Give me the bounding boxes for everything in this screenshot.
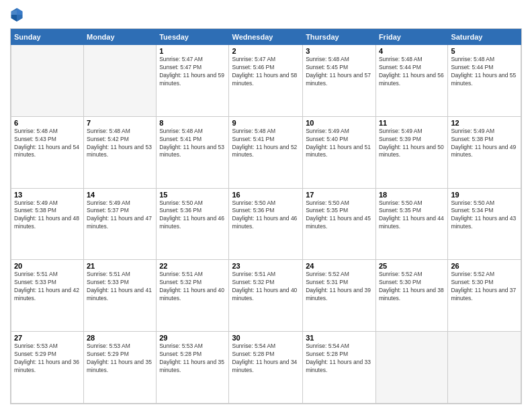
calendar-cell: 23Sunrise: 5:51 AM Sunset: 5:32 PM Dayli… bbox=[229, 260, 303, 332]
calendar-header-monday: Monday bbox=[84, 30, 157, 45]
day-number: 28 bbox=[87, 334, 153, 342]
day-info: Sunrise: 5:51 AM Sunset: 5:33 PM Dayligh… bbox=[87, 271, 153, 303]
calendar-cell: 20Sunrise: 5:51 AM Sunset: 5:33 PM Dayli… bbox=[11, 260, 84, 332]
calendar-header-row: SundayMondayTuesdayWednesdayThursdayFrid… bbox=[11, 30, 521, 45]
calendar-cell: 30Sunrise: 5:54 AM Sunset: 5:28 PM Dayli… bbox=[229, 332, 303, 404]
day-number: 1 bbox=[159, 47, 226, 55]
day-info: Sunrise: 5:50 AM Sunset: 5:35 PM Dayligh… bbox=[379, 199, 445, 232]
calendar-cell: 6Sunrise: 5:48 AM Sunset: 5:43 PM Daylig… bbox=[11, 116, 84, 188]
day-number: 14 bbox=[87, 191, 153, 199]
day-info: Sunrise: 5:50 AM Sunset: 5:34 PM Dayligh… bbox=[451, 199, 518, 232]
day-number: 31 bbox=[306, 334, 373, 342]
day-number: 27 bbox=[14, 334, 81, 342]
calendar-header-sunday: Sunday bbox=[11, 30, 84, 45]
calendar-cell bbox=[448, 332, 521, 404]
day-info: Sunrise: 5:53 AM Sunset: 5:29 PM Dayligh… bbox=[87, 342, 153, 375]
calendar-cell: 8Sunrise: 5:48 AM Sunset: 5:41 PM Daylig… bbox=[157, 116, 229, 188]
day-number: 29 bbox=[159, 334, 226, 342]
calendar-cell: 2Sunrise: 5:47 AM Sunset: 5:46 PM Daylig… bbox=[229, 45, 303, 117]
day-number: 30 bbox=[232, 334, 300, 342]
day-number: 19 bbox=[451, 191, 518, 199]
day-info: Sunrise: 5:52 AM Sunset: 5:30 PM Dayligh… bbox=[451, 271, 518, 303]
day-number: 6 bbox=[14, 119, 81, 127]
day-number: 8 bbox=[159, 119, 226, 127]
calendar-cell: 7Sunrise: 5:48 AM Sunset: 5:42 PM Daylig… bbox=[84, 116, 157, 188]
day-info: Sunrise: 5:48 AM Sunset: 5:41 PM Dayligh… bbox=[232, 128, 300, 160]
day-info: Sunrise: 5:50 AM Sunset: 5:36 PM Dayligh… bbox=[232, 199, 300, 232]
day-info: Sunrise: 5:49 AM Sunset: 5:37 PM Dayligh… bbox=[87, 199, 153, 232]
header bbox=[10, 7, 522, 23]
day-info: Sunrise: 5:50 AM Sunset: 5:36 PM Dayligh… bbox=[159, 199, 226, 232]
page: SundayMondayTuesdayWednesdayThursdayFrid… bbox=[0, 0, 532, 411]
calendar-cell: 25Sunrise: 5:52 AM Sunset: 5:30 PM Dayli… bbox=[375, 260, 447, 332]
logo-icon bbox=[10, 7, 24, 23]
calendar-header-tuesday: Tuesday bbox=[157, 30, 229, 45]
day-number: 3 bbox=[306, 47, 373, 55]
day-info: Sunrise: 5:50 AM Sunset: 5:35 PM Dayligh… bbox=[306, 199, 373, 232]
calendar-cell: 10Sunrise: 5:49 AM Sunset: 5:40 PM Dayli… bbox=[303, 116, 376, 188]
day-number: 2 bbox=[232, 47, 300, 55]
day-info: Sunrise: 5:48 AM Sunset: 5:42 PM Dayligh… bbox=[87, 128, 153, 160]
day-info: Sunrise: 5:48 AM Sunset: 5:41 PM Dayligh… bbox=[159, 128, 226, 160]
day-number: 17 bbox=[306, 191, 373, 199]
calendar-cell: 31Sunrise: 5:54 AM Sunset: 5:28 PM Dayli… bbox=[303, 332, 376, 404]
day-number: 15 bbox=[159, 191, 226, 199]
day-number: 26 bbox=[451, 262, 518, 270]
logo bbox=[10, 7, 25, 23]
calendar-cell: 9Sunrise: 5:48 AM Sunset: 5:41 PM Daylig… bbox=[229, 116, 303, 188]
day-number: 12 bbox=[451, 119, 518, 127]
day-info: Sunrise: 5:49 AM Sunset: 5:38 PM Dayligh… bbox=[14, 199, 81, 232]
calendar-cell: 26Sunrise: 5:52 AM Sunset: 5:30 PM Dayli… bbox=[448, 260, 521, 332]
calendar-header-wednesday: Wednesday bbox=[229, 30, 303, 45]
calendar-cell bbox=[375, 332, 447, 404]
day-info: Sunrise: 5:52 AM Sunset: 5:31 PM Dayligh… bbox=[306, 271, 373, 303]
calendar-header-thursday: Thursday bbox=[303, 30, 376, 45]
calendar-week-1: 1Sunrise: 5:47 AM Sunset: 5:47 PM Daylig… bbox=[11, 45, 521, 117]
calendar-cell bbox=[11, 45, 84, 117]
day-info: Sunrise: 5:49 AM Sunset: 5:39 PM Dayligh… bbox=[379, 128, 445, 160]
calendar-header-saturday: Saturday bbox=[448, 30, 521, 45]
calendar-cell: 12Sunrise: 5:49 AM Sunset: 5:38 PM Dayli… bbox=[448, 116, 521, 188]
svg-marker-3 bbox=[11, 15, 17, 21]
day-info: Sunrise: 5:48 AM Sunset: 5:43 PM Dayligh… bbox=[14, 128, 81, 160]
calendar-cell: 29Sunrise: 5:53 AM Sunset: 5:28 PM Dayli… bbox=[157, 332, 229, 404]
day-number: 21 bbox=[87, 262, 153, 270]
calendar-header-friday: Friday bbox=[375, 30, 447, 45]
day-info: Sunrise: 5:49 AM Sunset: 5:40 PM Dayligh… bbox=[306, 128, 373, 160]
day-info: Sunrise: 5:54 AM Sunset: 5:28 PM Dayligh… bbox=[232, 342, 300, 375]
day-number: 25 bbox=[379, 262, 445, 270]
calendar-cell: 17Sunrise: 5:50 AM Sunset: 5:35 PM Dayli… bbox=[303, 188, 376, 260]
day-number: 22 bbox=[159, 262, 226, 270]
svg-marker-5 bbox=[17, 8, 22, 15]
calendar-cell: 21Sunrise: 5:51 AM Sunset: 5:33 PM Dayli… bbox=[84, 260, 157, 332]
calendar-cell: 16Sunrise: 5:50 AM Sunset: 5:36 PM Dayli… bbox=[229, 188, 303, 260]
day-number: 7 bbox=[87, 119, 153, 127]
day-number: 4 bbox=[379, 47, 445, 55]
calendar: SundayMondayTuesdayWednesdayThursdayFrid… bbox=[10, 28, 522, 404]
day-info: Sunrise: 5:51 AM Sunset: 5:32 PM Dayligh… bbox=[232, 271, 300, 303]
calendar-cell: 24Sunrise: 5:52 AM Sunset: 5:31 PM Dayli… bbox=[303, 260, 376, 332]
calendar-cell: 19Sunrise: 5:50 AM Sunset: 5:34 PM Dayli… bbox=[448, 188, 521, 260]
day-number: 20 bbox=[14, 262, 81, 270]
day-number: 24 bbox=[306, 262, 373, 270]
day-info: Sunrise: 5:48 AM Sunset: 5:45 PM Dayligh… bbox=[306, 56, 373, 88]
calendar-cell: 13Sunrise: 5:49 AM Sunset: 5:38 PM Dayli… bbox=[11, 188, 84, 260]
calendar-cell: 1Sunrise: 5:47 AM Sunset: 5:47 PM Daylig… bbox=[157, 45, 229, 117]
day-number: 18 bbox=[379, 191, 445, 199]
calendar-cell: 28Sunrise: 5:53 AM Sunset: 5:29 PM Dayli… bbox=[84, 332, 157, 404]
calendar-cell: 18Sunrise: 5:50 AM Sunset: 5:35 PM Dayli… bbox=[375, 188, 447, 260]
day-number: 9 bbox=[232, 119, 300, 127]
calendar-cell: 5Sunrise: 5:48 AM Sunset: 5:44 PM Daylig… bbox=[448, 45, 521, 117]
day-info: Sunrise: 5:48 AM Sunset: 5:44 PM Dayligh… bbox=[379, 56, 445, 88]
calendar-cell: 11Sunrise: 5:49 AM Sunset: 5:39 PM Dayli… bbox=[375, 116, 447, 188]
calendar-cell: 22Sunrise: 5:51 AM Sunset: 5:32 PM Dayli… bbox=[157, 260, 229, 332]
calendar-cell: 4Sunrise: 5:48 AM Sunset: 5:44 PM Daylig… bbox=[375, 45, 447, 117]
day-info: Sunrise: 5:53 AM Sunset: 5:28 PM Dayligh… bbox=[159, 342, 226, 375]
day-number: 10 bbox=[306, 119, 373, 127]
day-info: Sunrise: 5:52 AM Sunset: 5:30 PM Dayligh… bbox=[379, 271, 445, 303]
calendar-week-4: 20Sunrise: 5:51 AM Sunset: 5:33 PM Dayli… bbox=[11, 260, 521, 332]
calendar-week-3: 13Sunrise: 5:49 AM Sunset: 5:38 PM Dayli… bbox=[11, 188, 521, 260]
calendar-cell: 14Sunrise: 5:49 AM Sunset: 5:37 PM Dayli… bbox=[84, 188, 157, 260]
calendar-table: SundayMondayTuesdayWednesdayThursdayFrid… bbox=[11, 29, 521, 404]
calendar-cell: 3Sunrise: 5:48 AM Sunset: 5:45 PM Daylig… bbox=[303, 45, 376, 117]
